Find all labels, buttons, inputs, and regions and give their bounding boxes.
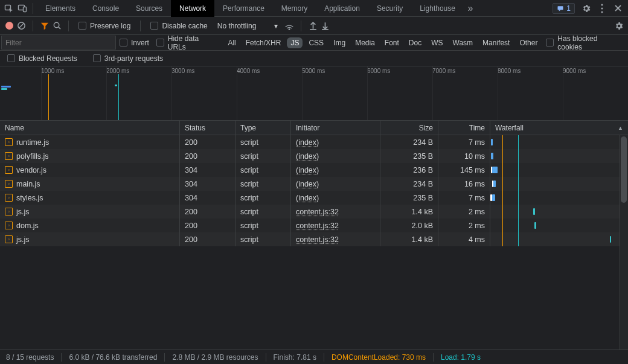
table-row[interactable]: ▫dom.js200scriptcontent.js:322.0 kB2 ms: [0, 219, 628, 232]
cell-name: dom.js: [16, 222, 39, 230]
chevron-down-icon: ▾: [274, 22, 278, 30]
record-button[interactable]: [4, 21, 14, 31]
filter-type-manifest[interactable]: Manifest: [479, 37, 513, 48]
kebab-menu-icon[interactable]: [594, 0, 610, 17]
filter-type-font[interactable]: Font: [381, 37, 403, 48]
svg-point-4: [601, 4, 603, 5]
svg-rect-3: [558, 6, 563, 10]
cell-name: polyfills.js: [16, 152, 49, 161]
js-file-icon: ▫: [5, 222, 13, 229]
blocked-requests-checkbox[interactable]: Blocked Requests: [4, 54, 81, 63]
more-tabs-icon[interactable]: »: [464, 0, 477, 17]
cell-status: 200: [185, 152, 197, 161]
tab-sources[interactable]: Sources: [127, 0, 171, 17]
col-initiator[interactable]: Initiator: [291, 121, 380, 135]
network-conditions-icon[interactable]: [284, 21, 295, 31]
js-file-icon: ▫: [5, 180, 13, 188]
search-icon[interactable]: [51, 21, 62, 31]
table-row[interactable]: ▫polyfills.js200script(index)235 B10 ms: [0, 149, 628, 163]
js-file-icon: ▫: [5, 235, 13, 243]
tab-lighthouse[interactable]: Lighthouse: [411, 0, 464, 17]
svg-point-6: [601, 11, 603, 13]
table-row[interactable]: ▫js.js200scriptcontent.js:321.4 kB2 ms: [0, 205, 628, 219]
col-name[interactable]: Name: [0, 121, 180, 135]
tab-memory[interactable]: Memory: [273, 0, 316, 17]
cell-initiator[interactable]: content.js:32: [296, 222, 339, 230]
filter-type-all[interactable]: All: [224, 37, 239, 48]
invert-checkbox[interactable]: Invert: [116, 39, 153, 47]
cell-time: 7 ms: [469, 138, 485, 147]
separator: [140, 21, 141, 31]
filter-type-wasm[interactable]: Wasm: [449, 37, 477, 48]
filter-input[interactable]: [1, 36, 116, 49]
cell-initiator[interactable]: (index): [296, 180, 319, 188]
cell-type: script: [240, 208, 258, 216]
third-party-checkbox[interactable]: 3rd-party requests: [89, 54, 167, 63]
filter-type-img[interactable]: Img: [330, 37, 349, 48]
cell-initiator[interactable]: (index): [296, 152, 319, 161]
status-domcontentloaded: DOMContentLoaded: 730 ms: [332, 353, 426, 362]
filter-type-css[interactable]: CSS: [305, 37, 327, 48]
filter-type-other[interactable]: Other: [516, 37, 541, 48]
tab-elements[interactable]: Elements: [37, 0, 84, 17]
table-row[interactable]: ▫js.js200scriptcontent.js:321.4 kB4 ms: [0, 232, 628, 246]
cell-initiator[interactable]: (index): [296, 166, 319, 174]
inspect-element-icon[interactable]: [2, 0, 16, 17]
device-toolbar-icon[interactable]: [16, 0, 29, 17]
throttling-select[interactable]: No throttling ▾: [213, 22, 283, 30]
tab-network[interactable]: Network: [171, 0, 214, 17]
table-row[interactable]: ▫vendor.js304script(index)236 B145 ms: [0, 163, 628, 177]
devtools-tabbar: ElementsConsoleSourcesNetworkPerformance…: [0, 0, 628, 17]
cell-initiator[interactable]: content.js:32: [296, 208, 339, 216]
scrollbar-thumb[interactable]: [621, 136, 627, 203]
tab-console[interactable]: Console: [84, 0, 127, 17]
js-file-icon: ▫: [5, 194, 13, 202]
timeline-tick: 5000 ms: [302, 66, 367, 74]
has-blocked-cookies-checkbox[interactable]: Has blocked cookies: [541, 34, 628, 51]
cell-size: 234 B: [413, 180, 433, 188]
col-size[interactable]: Size: [380, 121, 438, 135]
tab-security[interactable]: Security: [368, 0, 411, 17]
status-transferred: 6.0 kB / 76.6 kB transferred: [69, 353, 157, 362]
filter-icon[interactable]: [39, 21, 50, 31]
filter-type-media[interactable]: Media: [351, 37, 379, 48]
table-row[interactable]: ▫runtime.js200script(index)234 B7 ms: [0, 135, 628, 149]
timeline-overview[interactable]: 1000 ms2000 ms3000 ms4000 ms5000 ms6000 …: [0, 66, 628, 121]
timeline-tick: 7000 ms: [432, 66, 498, 74]
tab-application[interactable]: Application: [316, 0, 368, 17]
network-settings-icon[interactable]: [614, 21, 624, 31]
col-waterfall[interactable]: Waterfall▲: [490, 121, 628, 135]
status-requests: 8 / 15 requests: [6, 353, 54, 362]
cell-status: 304: [185, 166, 197, 174]
settings-icon[interactable]: [578, 0, 594, 17]
preserve-log-checkbox[interactable]: Preserve log: [75, 22, 134, 30]
timeline-tick: 9000 ms: [563, 66, 628, 74]
close-devtools-icon[interactable]: [610, 0, 626, 17]
export-har-icon[interactable]: [319, 21, 330, 31]
filter-type-fetch-xhr[interactable]: Fetch/XHR: [242, 37, 285, 48]
issues-badge[interactable]: 1: [553, 3, 575, 14]
separator: [33, 3, 33, 14]
col-status[interactable]: Status: [180, 121, 236, 135]
status-bar: 8 / 15 requests 6.0 kB / 76.6 kB transfe…: [0, 350, 628, 364]
network-table-body: ▫runtime.js200script(index)234 B7 ms▫pol…: [0, 135, 628, 350]
cell-type: script: [240, 166, 258, 174]
import-har-icon[interactable]: [307, 21, 318, 31]
filter-type-ws[interactable]: WS: [428, 37, 446, 48]
cell-initiator[interactable]: content.js:32: [296, 235, 339, 244]
scrollbar[interactable]: [620, 135, 628, 350]
col-type[interactable]: Type: [236, 121, 291, 135]
cell-initiator[interactable]: (index): [296, 138, 319, 147]
cell-type: script: [240, 194, 258, 202]
filter-type-js[interactable]: JS: [287, 37, 303, 48]
cell-initiator[interactable]: (index): [296, 194, 319, 202]
hide-data-urls-checkbox[interactable]: Hide data URLs: [153, 34, 222, 51]
table-row[interactable]: ▫styles.js304script(index)235 B7 ms: [0, 191, 628, 205]
clear-button[interactable]: [16, 21, 27, 31]
cell-name: js.js: [16, 208, 30, 216]
col-time[interactable]: Time: [438, 121, 490, 135]
tab-performance[interactable]: Performance: [214, 0, 273, 17]
disable-cache-checkbox[interactable]: Disable cache: [147, 22, 211, 30]
filter-type-doc[interactable]: Doc: [405, 37, 425, 48]
table-row[interactable]: ▫main.js304script(index)234 B16 ms: [0, 177, 628, 191]
